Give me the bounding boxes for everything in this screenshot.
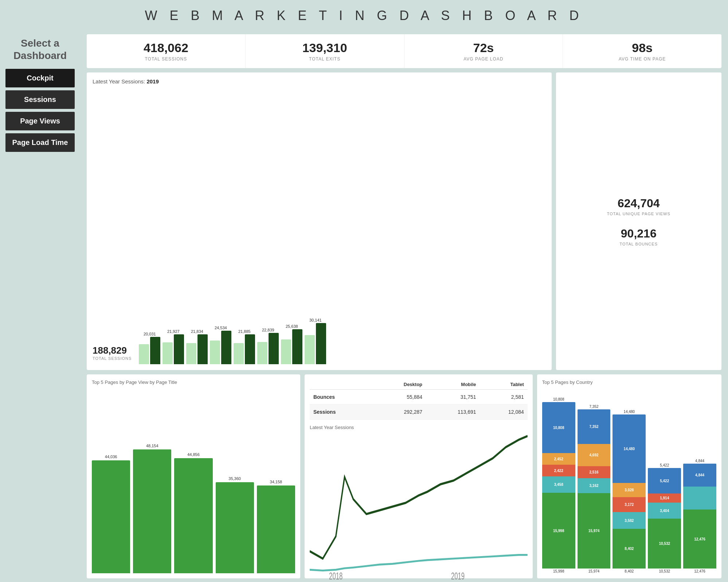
middle-row: Latest Year Sessions: 2019 188,829 TOTAL… [87,72,721,370]
session-bar-group: 21,834 [186,329,208,364]
device-table-section: Desktop Mobile Tablet Bounces 55,884 31,… [305,374,533,578]
sessions-bars: 20,031 21,927 21,834 24,534 21,885 22,83… [139,88,545,364]
kpi-avg-page-load: 72s AVG PAGE LOAD [404,34,563,68]
session-bar-group: 30,141 [305,318,326,364]
page-views-section: Top 5 Pages by Page View by Page Title 4… [87,374,300,578]
sidebar-item-page-views[interactable]: Page Views [5,112,75,130]
page-bar-chart: 44,036 48,154 44,856 35,360 34,158 [92,388,295,573]
line-chart-area: Latest Year Sessions 2018 2019 [310,425,528,573]
kpi-row: 418,062 TOTAL SESSIONS 139,310 TOTAL EXI… [87,34,721,68]
session-bar-group: 21,885 [234,329,255,364]
line-chart-svg: 2018 2019 [310,432,528,581]
country-bar-col: 14,48014,4803,0283,1723,5828,4028,402 [612,410,646,573]
country-bar-col: 4,8444,84412,47612,476 [683,459,716,573]
unique-views-stat: 624,704 TOTAL UNIQUE PAGE VIEWS [607,197,670,216]
session-bar-group: 21,927 [163,329,184,364]
bottom-row: Top 5 Pages by Page View by Page Title 4… [87,374,721,578]
country-bars: 10,80810,8082,4522,4223,45815,99815,9987… [542,388,716,573]
kpi-total-sessions: 418,062 TOTAL SESSIONS [87,34,246,68]
table-header-desktop: Desktop [372,380,426,390]
device-table: Desktop Mobile Tablet Bounces 55,884 31,… [310,380,528,420]
session-bar-group: 22,839 [257,328,279,364]
country-bar-col: 7,3527,3524,6922,5163,16215,97415,974 [578,405,611,573]
side-stats: 624,704 TOTAL UNIQUE PAGE VIEWS 90,216 T… [556,72,722,370]
sidebar: Select a Dashboard Cockpit Sessions Page… [0,30,80,582]
bounces-stat: 90,216 TOTAL BOUNCES [620,227,658,246]
svg-text:2019: 2019 [451,570,465,581]
chart-year: 2019 [146,78,158,84]
page-bar-col: 34,158 [257,480,295,573]
sessions-bar-chart: Latest Year Sessions: 2019 188,829 TOTAL… [87,72,552,370]
sidebar-title: Select a Dashboard [5,37,75,62]
sidebar-item-cockpit[interactable]: Cockpit [5,69,75,87]
svg-text:2018: 2018 [329,570,343,581]
page-bar-col: 44,036 [92,455,130,573]
country-bar-col: 10,80810,8082,4522,4223,45815,99815,998 [542,397,575,573]
session-bar-group: 25,638 [281,324,302,364]
main-content: 418,062 TOTAL SESSIONS 139,310 TOTAL EXI… [80,30,728,582]
table-header-mobile: Mobile [426,380,480,390]
page-bar-col: 35,360 [216,476,254,573]
session-bar-group: 24,534 [210,326,231,364]
sessions-total-info: 188,829 TOTAL SESSIONS [93,88,135,364]
session-bar-group: 20,031 [139,332,160,364]
page-title: W E B M A R K E T I N G D A S H B O A R … [0,0,728,30]
page-bar-col: 44,856 [174,452,212,573]
page-bar-col: 48,154 [133,444,171,573]
sidebar-item-sessions[interactable]: Sessions [5,90,75,109]
kpi-total-exits: 139,310 TOTAL EXITS [246,34,404,68]
table-row: Bounces 55,884 31,751 2,581 [310,390,528,405]
table-header-tablet: Tablet [480,380,528,390]
country-bar-col: 5,4225,4221,9143,40410,53210,532 [648,463,681,573]
sidebar-item-page-load-time[interactable]: Page Load Time [5,133,75,152]
table-header-metric [310,380,372,390]
country-chart-section: Top 5 Pages by Country 10,80810,8082,452… [537,374,721,578]
chart-title-prefix: Latest Year Sessions: [93,78,146,84]
table-row: Sessions 292,287 113,691 12,084 [310,405,528,420]
kpi-avg-time-on-page: 98s AVG TIME ON PAGE [563,34,721,68]
